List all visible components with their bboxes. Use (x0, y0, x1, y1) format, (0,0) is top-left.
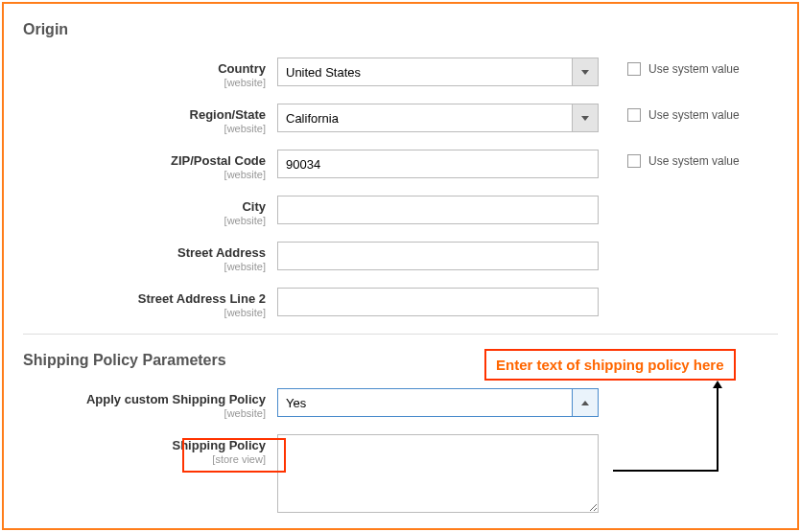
apply-policy-dropdown-button[interactable] (572, 388, 599, 417)
config-panel: Origin Country [website] Use system valu… (2, 2, 799, 530)
country-value[interactable] (277, 58, 599, 86)
shipping-policy-input-wrap (277, 434, 599, 516)
zip-scope: [website] (23, 169, 266, 180)
country-select[interactable] (277, 58, 599, 86)
street1-label: Street Address (177, 245, 266, 260)
street1-scope: [website] (23, 261, 266, 272)
region-system-label: Use system value (648, 108, 740, 122)
street1-input[interactable] (277, 242, 599, 270)
apply-policy-scope: [website] (23, 407, 266, 419)
apply-policy-label-wrap: Apply custom Shipping Policy [website] (23, 388, 277, 419)
country-label: Country (218, 61, 266, 76)
region-system-wrap: Use system value (599, 104, 740, 122)
zip-input-wrap (277, 150, 599, 178)
region-label-wrap: Region/State [website] (23, 104, 277, 134)
zip-row: ZIP/Postal Code [website] Use system val… (23, 150, 778, 180)
chevron-down-icon (581, 116, 589, 121)
city-input-wrap (277, 196, 599, 224)
chevron-up-icon (581, 401, 589, 405)
country-input-wrap (277, 58, 599, 86)
annotation-callout: Enter text of shipping policy here (484, 349, 736, 381)
city-input[interactable] (277, 196, 599, 224)
city-scope: [website] (23, 215, 266, 226)
region-input-wrap (277, 104, 599, 132)
country-label-wrap: Country [website] (23, 58, 277, 88)
city-label-wrap: City [website] (23, 196, 277, 226)
region-row: Region/State [website] Use system value (23, 104, 778, 134)
region-scope: [website] (23, 123, 266, 134)
country-system-label: Use system value (648, 62, 740, 76)
shipping-policy-textarea[interactable] (277, 434, 599, 513)
country-system-checkbox[interactable] (627, 62, 641, 76)
street1-label-wrap: Street Address [website] (23, 242, 277, 272)
apply-policy-label: Apply custom Shipping Policy (86, 392, 266, 406)
apply-policy-input-wrap (277, 388, 599, 417)
annotation-highlight-label (182, 438, 286, 473)
city-label: City (242, 199, 266, 214)
street1-input-wrap (277, 242, 599, 270)
country-row: Country [website] Use system value (23, 58, 778, 88)
zip-system-wrap: Use system value (599, 150, 740, 168)
street2-row: Street Address Line 2 [website] (23, 288, 778, 318)
zip-system-label: Use system value (648, 154, 740, 168)
country-dropdown-button[interactable] (572, 58, 599, 86)
street2-input-wrap (277, 288, 599, 316)
region-value[interactable] (277, 104, 599, 132)
annotation-arrow-vertical (717, 385, 719, 470)
zip-label: ZIP/Postal Code (171, 153, 266, 168)
street2-input[interactable] (277, 288, 599, 316)
apply-policy-row: Apply custom Shipping Policy [website] (23, 388, 778, 419)
country-scope: [website] (23, 77, 266, 88)
annotation-arrow-horizontal (613, 470, 719, 472)
apply-policy-value[interactable] (277, 388, 599, 417)
street2-label: Street Address Line 2 (138, 291, 266, 306)
street2-label-wrap: Street Address Line 2 [website] (23, 288, 277, 318)
region-select[interactable] (277, 104, 599, 132)
section-divider (23, 334, 778, 335)
region-dropdown-button[interactable] (572, 104, 599, 132)
region-label: Region/State (190, 107, 266, 122)
chevron-down-icon (581, 70, 589, 75)
zip-label-wrap: ZIP/Postal Code [website] (23, 150, 277, 180)
country-system-wrap: Use system value (599, 58, 740, 76)
shipping-policy-row: Shipping Policy [store view] (23, 434, 778, 516)
zip-system-checkbox[interactable] (627, 154, 641, 168)
street1-row: Street Address [website] (23, 242, 778, 272)
apply-policy-select[interactable] (277, 388, 599, 417)
origin-section-title: Origin (23, 21, 778, 38)
city-row: City [website] (23, 196, 778, 226)
region-system-checkbox[interactable] (627, 108, 641, 122)
zip-input[interactable] (277, 150, 599, 178)
street2-scope: [website] (23, 307, 266, 318)
annotation-arrow-head-icon (713, 381, 722, 388)
